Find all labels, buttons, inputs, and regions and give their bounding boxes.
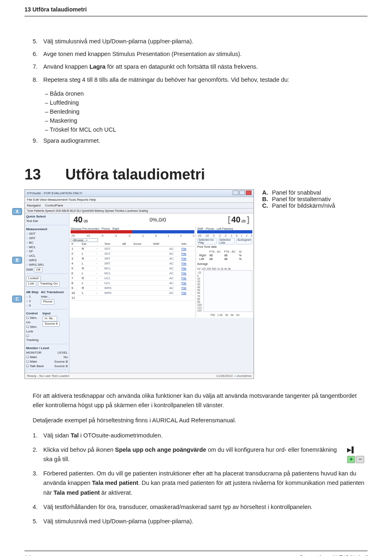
meas-opt[interactable]: MCL [26,245,68,250]
legend-letter: A. [262,189,272,196]
page-footer: 14 Otometrics - AURICAL Aud [24,551,368,556]
tracking-check[interactable]: Tracking [26,334,40,343]
step-text: Repetera steg 4 till 8 tills alla de mät… [43,75,289,85]
stimlock-check[interactable]: Stim. Lock [26,325,40,334]
callout-b: B [12,257,22,264]
locked-button[interactable]: Locked [26,276,41,281]
legend-text: Panel för snabbval [272,189,321,196]
audiogram-grid [203,270,252,312]
step-text: Välj stimulusnivå med Up/Down-pilarna (u… [43,37,194,46]
legend-text: Panel för testalternativ [272,196,331,202]
quick-select-header: Quick Select [26,215,68,218]
table-row: 8L→UCLACFile [71,281,194,286]
sub-item: Maskering [45,117,368,124]
step-num: 8. [33,75,43,85]
meas-opt[interactable]: SRT [26,236,68,241]
left-panel: Quick Select Test Ear Measurement SDT SR… [25,213,69,373]
tracking-on-button[interactable]: Tracking On [38,281,60,287]
right-panel-tabs[interactable]: Selected for Play Selected Lists Audiogr… [197,238,252,244]
stimulus-line: Stimulus Pre-recorded - Phone - Right [71,227,119,230]
tab-bar[interactable]: Tone Patients Speech SISI ABLB MLD DLI Q… [25,208,254,213]
source-a-button[interactable]: Source A [42,321,60,327]
step-num: 4. [33,502,43,512]
figure-legend: A.Panel för snabbval B.Panel för testalt… [262,189,335,209]
input-value[interactable]: m. fla... [42,316,57,321]
step-num: 5. [33,37,43,46]
step-num: 1. [33,431,43,440]
bottom-freq-row: 750 1.5k 3k 6k Hz [197,314,252,316]
step-num: 2. [33,445,43,464]
meas-opt[interactable]: SF [26,249,68,254]
center-panel: Stimulus Pre-recorded - Phone - Right -2… [69,226,196,318]
section-title: 13 Utföra talaudiometri [24,166,368,183]
control-header: Control [26,312,40,315]
stimon-check[interactable]: Stim. On [26,316,40,325]
menu-bar[interactable]: File Edit View Measurement Tools Reports… [25,197,254,203]
app-screenshot: OTOsuite - FOR EVALUATION ONLY! File Edi… [24,189,254,379]
freq-header: Hz 125 250 500 1k 2k 4k 8k [197,267,252,270]
snr-label: SNR [26,268,33,271]
scale-row: -20-10-5-3-2-10123 [71,234,194,237]
section-number: 13 [24,166,65,183]
play-count-icon: ▶▌ +− [347,445,368,464]
average-label: Average [197,262,252,265]
pure-tone-title: Pure Tone data [197,245,252,248]
test-ear-label: Test Ear [26,219,68,224]
sub-item: Tröskel för MCL och UCL [45,126,368,133]
sub-item: Benledning [45,108,368,115]
meas-opt[interactable]: WRS SR1 [26,263,68,267]
browse-dropdown[interactable]: <Browse...> [71,238,98,242]
no-label: No [64,355,68,359]
callout-c: C [12,296,22,303]
main-check[interactable]: Main [26,355,37,359]
meas-opt[interactable]: BC [26,241,68,245]
top-toolbar: Navigator ControlPane [25,203,254,208]
main-check-2[interactable]: Main [26,360,37,363]
body-paragraph-1: För att aktivera testknappar och använda… [24,391,368,410]
right-panel: SNR - Phone - Left Flashing -20-10-5-3-2… [196,226,254,318]
table-row: 7R→UCLACFile [71,276,194,281]
step-num: 7. [33,62,43,72]
step-num: 9. [33,136,43,146]
header-title: 13 Utföra talaudiometri [24,6,87,13]
footer-doc: Otometrics - AURICAL Aud [299,554,368,556]
measurement-header: Measurement [26,227,68,231]
step-text: Förbered patienten. Om du vill ge patien… [43,469,368,498]
db-step-header: dB Step [26,290,38,294]
status-brand: otometrics [236,374,252,378]
meas-opt[interactable]: SDT [26,232,68,236]
legend-letter: C. [262,202,272,209]
talkback-check[interactable]: Talk Back [26,364,44,368]
minus-icon: − [356,456,364,463]
step-text: Välj sidan Tal i OTOsuite-audiometrimodu… [43,431,368,440]
dial-center: 0%,0/0 [149,217,166,223]
window-titlebar: OTOsuite - FOR EVALUATION ONLY! [25,190,254,197]
pure-tone-table: PTA - ACPTA - BCAI RightdBdB% LeftdBdB% [197,249,244,261]
bracket-l: [ [228,215,231,224]
table-row: 2L→SDTACFile [71,251,194,256]
db1[interactable]: 1 [26,295,38,299]
page-header: 13 Utföra talaudiometri [24,0,368,16]
navigator-label[interactable]: Navigator [27,204,41,207]
db5[interactable]: 5 [26,304,38,308]
meas-opt[interactable]: UCL [26,254,68,258]
snr-value[interactable]: Off [34,267,42,273]
input-header: Input [42,312,68,315]
table-row: 11 [71,296,194,300]
link-button[interactable]: Link [26,281,36,287]
db2[interactable]: 2 [26,299,38,304]
dial-left-value: 40 [74,215,82,224]
status-date: 11/26/2013 [216,374,233,378]
lower-step-list: 1. Välj sidan Tal i OTOsuite-audiometrim… [24,431,368,527]
dial-left-unit: dB [83,219,88,223]
meas-opt[interactable]: WRS [26,258,68,263]
controlpanel-label[interactable]: ControlPane [45,204,63,207]
tests-table: # Ear Test dB Score SNR Info 1R→SDTACFil… [71,242,194,300]
dial-right-value: 40 [232,215,241,224]
callout-a: A [12,208,22,215]
level-bar [71,230,194,233]
step-num: 5. [33,517,43,526]
window-buttons[interactable] [232,191,252,196]
phone-button[interactable]: Phone [41,299,54,305]
step-text: Avge tonen med knappen Stimulus Presenta… [43,49,242,59]
